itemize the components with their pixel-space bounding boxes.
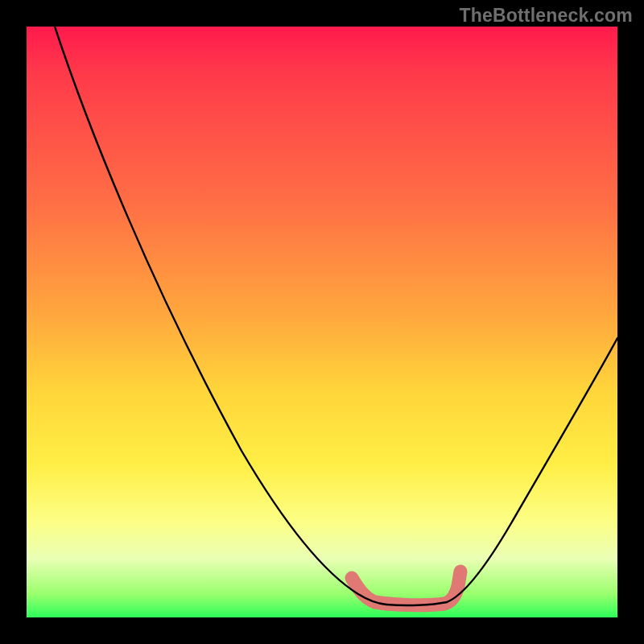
watermark-text: TheBottleneck.com — [459, 5, 633, 27]
gradient-plot-area — [27, 27, 617, 617]
chart-frame: TheBottleneck.com — [0, 0, 644, 644]
